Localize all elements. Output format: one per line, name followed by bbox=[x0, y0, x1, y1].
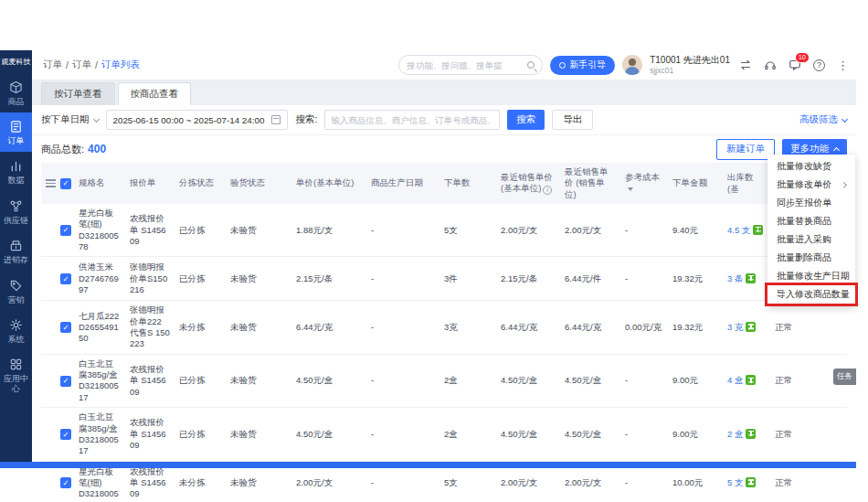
global-search-input[interactable] bbox=[407, 60, 524, 70]
table-row: 星光白板笔(细) D321800578 农残报价单 S145609 已分拣 未验… bbox=[41, 204, 847, 257]
quote-name: 农残报价单 S145609 bbox=[130, 466, 166, 499]
more-options-icon[interactable]: ⋮ bbox=[837, 59, 849, 72]
outbound-qty-link[interactable]: 5 支 bbox=[727, 477, 743, 487]
tab-view-by-order[interactable]: 按订单查看 bbox=[41, 82, 115, 105]
recent-price-sale: 4.50元/盒 bbox=[565, 375, 601, 385]
date-range-picker[interactable]: 2025-06-15 00:00 ~ 2025-07-14 24:00 bbox=[106, 110, 289, 130]
menu-item-sync-to-quote[interactable]: 同步至报价单 bbox=[767, 194, 855, 212]
order-quantity: 2盒 bbox=[444, 429, 458, 439]
production-date: - bbox=[371, 375, 374, 385]
user-avatar[interactable] bbox=[622, 55, 642, 75]
sidebar-item-orders[interactable]: 订单 bbox=[0, 112, 32, 152]
user-info[interactable]: T10001 先进先出01 sjjxc01 bbox=[650, 55, 730, 75]
scale-icon[interactable] bbox=[753, 225, 763, 235]
col-recent-price-base: 最近销售单价 (基本单位)i bbox=[496, 163, 560, 204]
menu-item-batch-replace-product[interactable]: 批量替换商品 bbox=[767, 212, 855, 230]
menu-item-batch-to-purchase[interactable]: 批量进入采购 bbox=[767, 230, 855, 249]
supply-chain-icon bbox=[9, 199, 23, 213]
table-body: 星光白板笔(细) D321800578 农残报价单 S145609 已分拣 未验… bbox=[41, 204, 847, 502]
status-text: 正常 bbox=[775, 322, 792, 332]
sidebar-item-data[interactable]: 数据 bbox=[0, 152, 32, 191]
col-inspect-status: 验货状态 bbox=[226, 163, 291, 204]
bar-chart-icon bbox=[9, 159, 23, 173]
date-type-dropdown[interactable]: 按下单日期 bbox=[41, 113, 99, 126]
info-icon[interactable]: i bbox=[543, 186, 552, 195]
row-checkbox[interactable] bbox=[60, 477, 71, 488]
production-date: - bbox=[371, 225, 374, 235]
help-icon[interactable]: ? bbox=[813, 59, 825, 71]
summary-row: 商品总数: 400 新建订单 更多功能 bbox=[41, 135, 847, 163]
spec-code: D3218005 bbox=[79, 488, 121, 499]
filter-search-input[interactable] bbox=[324, 110, 500, 130]
beginner-guide-button[interactable]: 新手引导 bbox=[550, 56, 615, 75]
outbound-qty-link[interactable]: 4.5 支 bbox=[727, 225, 750, 235]
sidebar-item-marketing[interactable]: 营销 bbox=[0, 272, 32, 311]
row-checkbox[interactable] bbox=[60, 429, 71, 440]
customer-service-icon[interactable] bbox=[764, 59, 777, 71]
export-button[interactable]: 导出 bbox=[552, 110, 593, 130]
advanced-filter-toggle[interactable]: 高级筛选 bbox=[799, 113, 847, 126]
tab-view-by-product[interactable]: 按商品查看 bbox=[118, 82, 192, 105]
menu-item-batch-modify-production-date[interactable]: 批量修改生产日期 bbox=[767, 267, 855, 285]
date-range-value: 2025-06-15 00:00 ~ 2025-07-14 24:00 bbox=[113, 115, 265, 125]
row-checkbox[interactable] bbox=[60, 273, 71, 284]
order-amount: 9.00元 bbox=[672, 375, 698, 385]
scale-icon[interactable] bbox=[746, 375, 756, 385]
production-date: - bbox=[371, 477, 374, 487]
row-checkbox[interactable] bbox=[60, 225, 71, 236]
sidebar-item-app-center[interactable]: 应用中心 bbox=[0, 350, 32, 400]
message-icon[interactable]: 10 bbox=[789, 59, 801, 71]
spec-code: D274676997 bbox=[79, 273, 121, 296]
search-button[interactable]: 搜索 bbox=[507, 110, 545, 130]
menu-item-label: 导入修改商品数量 bbox=[777, 285, 850, 304]
select-all-checkbox[interactable] bbox=[60, 178, 71, 189]
status-text: 正常 bbox=[775, 477, 792, 487]
col-quote: 报价单 bbox=[125, 163, 175, 204]
reference-cost: - bbox=[625, 225, 628, 235]
production-date: - bbox=[371, 273, 374, 283]
scale-icon[interactable] bbox=[746, 273, 756, 283]
sidebar-item-products[interactable]: 商品 bbox=[0, 73, 32, 112]
table-row: 白玉北豆腐385g/盒 D321800517 农残报价单 S145609 已分拣… bbox=[41, 408, 847, 461]
scale-icon[interactable] bbox=[746, 477, 756, 487]
col-select bbox=[41, 163, 74, 204]
breadcrumb-item[interactable]: 订单 bbox=[72, 59, 91, 71]
recent-price-base: 4.50元/盒 bbox=[501, 429, 537, 439]
product-table: 规格名 报价单 分拣状态 验货状态 单价(基本单位) 商品生产日期 下单数 最近… bbox=[41, 163, 847, 502]
menu-item-batch-modify-stockout[interactable]: 批量修改缺货 bbox=[767, 157, 855, 176]
message-badge: 10 bbox=[795, 52, 810, 63]
menu-item-batch-delete-product[interactable]: 批量删除商品 bbox=[767, 249, 855, 267]
sidebar-item-system[interactable]: 系统 bbox=[0, 311, 32, 350]
navbar-icons: 10 ? ⋮ bbox=[739, 59, 849, 72]
column-settings-icon[interactable] bbox=[46, 179, 56, 187]
filter-caret-icon[interactable] bbox=[628, 187, 633, 191]
row-checkbox[interactable] bbox=[60, 376, 71, 387]
col-ref-cost: 参考成本 bbox=[620, 163, 668, 204]
scale-icon[interactable] bbox=[746, 429, 756, 439]
col-order-amount: 下单金额 bbox=[668, 163, 723, 204]
view-tabstrip: 按订单查看 按商品查看 bbox=[32, 80, 856, 105]
global-search[interactable] bbox=[398, 55, 543, 75]
breadcrumb: 订单 / 订单 / 订单列表 bbox=[43, 59, 140, 71]
status-text: 正常 bbox=[775, 429, 792, 439]
outbound-qty-link[interactable]: 3 条 bbox=[727, 273, 743, 283]
task-panel-tab[interactable]: 任务 bbox=[833, 368, 856, 385]
row-checkbox[interactable] bbox=[60, 322, 71, 333]
new-order-button[interactable]: 新建订单 bbox=[716, 139, 775, 160]
guide-label: 新手引导 bbox=[569, 59, 606, 71]
outbound-qty-link[interactable]: 2 盒 bbox=[727, 429, 743, 439]
inspection-status: 未验货 bbox=[230, 322, 257, 332]
more-functions-menu: 批量修改缺货 批量修改单价 同步至报价单 批量替换商品 批量进入采购 批量删除商… bbox=[767, 155, 855, 306]
outbound-qty-link[interactable]: 4 盒 bbox=[727, 375, 743, 385]
outbound-qty-link[interactable]: 3 克 bbox=[727, 322, 743, 332]
menu-item-label: 批量修改缺货 bbox=[777, 157, 831, 176]
menu-item-import-modify-quantity[interactable]: 导入修改商品数量 bbox=[767, 285, 855, 304]
scale-icon[interactable] bbox=[746, 322, 756, 332]
gear-icon bbox=[9, 318, 23, 332]
switch-account-icon[interactable] bbox=[739, 59, 752, 71]
menu-item-batch-modify-price[interactable]: 批量修改单价 bbox=[767, 176, 855, 194]
breadcrumb-item[interactable]: 订单 bbox=[43, 59, 62, 71]
sidebar-item-inventory[interactable]: 进销存 bbox=[0, 231, 32, 271]
sidebar-item-supply-chain[interactable]: 供应链 bbox=[0, 192, 32, 231]
spec-name: 星光白板笔(细) bbox=[79, 466, 113, 487]
